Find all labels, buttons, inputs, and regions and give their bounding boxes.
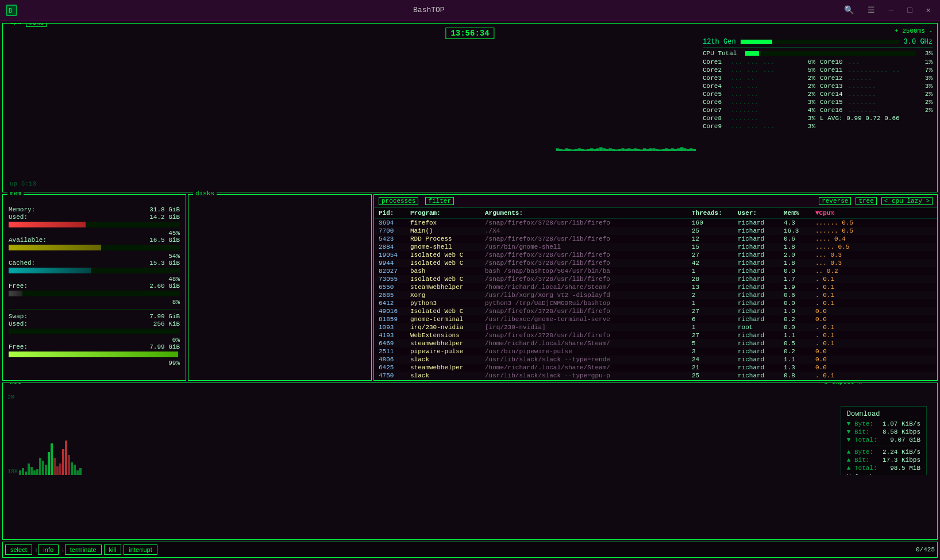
cell-threads: 6 [692, 316, 738, 323]
table-row[interactable]: 2884 gnome-shell /usr/bin/gnome-shell 15… [374, 243, 937, 251]
search-icon[interactable]: 🔍 [841, 4, 857, 16]
core-row: L AVG: 0.99 0.72 0.66 [820, 115, 933, 122]
core-label: Core4 [703, 83, 729, 90]
core-dots: ... .. [731, 75, 799, 82]
cell-threads: 1 [692, 268, 738, 275]
cell-mem: 0.0 [784, 268, 815, 275]
table-row[interactable]: 3694 firefox /snap/firefox/3728/usr/lib/… [374, 219, 937, 227]
net-dl-byte-row: ▼ Byte: 1.07 KiB/s [847, 420, 920, 427]
cpu-total-bar [741, 40, 772, 44]
cell-user: richard [738, 260, 784, 267]
cell-mem: 1.8 [784, 244, 815, 250]
table-row[interactable]: 2685 Xorg /usr/lib/xorg/Xorg vt2 -displa… [374, 291, 937, 299]
core-pct: 1% [918, 59, 933, 65]
table-row[interactable]: 49016 Isolated Web C /snap/firefox/3728/… [374, 307, 937, 315]
proc-header-row: processes filter reverse tree < cpu lazy… [374, 195, 937, 208]
table-row[interactable]: 4806 slack /usr/lib/slack/slack --type=r… [374, 356, 937, 364]
cell-mem: 1.1 [784, 356, 815, 363]
table-row[interactable]: 4521 Utility Proces /snap/firefox/3728/u… [374, 380, 937, 381]
info-button[interactable]: info [38, 544, 59, 555]
tree-label[interactable]: tree [856, 197, 876, 205]
table-row[interactable]: 4750 slack /usr/lib/slack/slack --type=g… [374, 372, 937, 380]
terminate-button[interactable]: terminate [65, 544, 102, 555]
cell-user: richard [738, 276, 784, 283]
cell-cpu: . 0.1 [815, 276, 856, 283]
cell-threads: 27 [692, 252, 738, 258]
table-row[interactable]: 6550 steamwebhelper /home/richard/.local… [374, 283, 937, 291]
table-row[interactable]: 7700 Main() ./X4 25 richard 16.3 ...... … [374, 227, 937, 235]
top-row: cpu menu 13:56:34 + 2500ms - up 5:13 ▄▃▂… [2, 23, 938, 192]
cell-args: python3 /tmp/UaDjCNMG0Rui/bashtop [485, 300, 692, 307]
table-row[interactable]: 73055 Isolated Web C /snap/firefox/3728/… [374, 275, 937, 283]
net-info-box: Download ▼ Byte: 1.07 KiB/s ▼ Bit: 8.58 … [841, 406, 927, 475]
mem-swap-free-label: Free: [9, 343, 28, 350]
cpu-total-row: CPU Total 3% [703, 50, 933, 57]
filter-label[interactable]: filter [425, 197, 454, 205]
mem-swap-total: 7.99 GiB [149, 313, 180, 320]
disks-panel: disks [188, 194, 372, 381]
cell-threads: 12 [692, 235, 738, 242]
table-row[interactable]: 1093 irq/230-nvidia [irq/230-nvidia] 1 r… [374, 323, 937, 331]
mem-header-row: Memory: 31.8 GiB [9, 206, 180, 213]
interrupt-button[interactable]: interrupt [124, 544, 157, 555]
minimize-button[interactable]: ─ [885, 5, 897, 16]
cpu-freq: 3.0 GHz [904, 38, 933, 46]
kill-button[interactable]: kill [104, 544, 122, 555]
cell-program: Isolated Web C [410, 276, 485, 283]
core-row: Core8 ....... 3% [703, 115, 815, 122]
cell-cpu: 0.0 [815, 348, 856, 355]
menu-icon[interactable]: ☰ [864, 4, 879, 16]
cell-program: Isolated Web C [410, 252, 485, 258]
col-program: Program: [410, 210, 485, 217]
table-row[interactable]: 2511 pipewire-pulse /usr/bin/pipewire-pu… [374, 347, 937, 356]
net-bar-upload [65, 441, 67, 475]
table-row[interactable]: 19054 Isolated Web C /snap/firefox/3728/… [374, 251, 937, 259]
close-button[interactable]: ✕ [923, 4, 934, 16]
table-row[interactable]: 9944 Isolated Web C /snap/firefox/3728/u… [374, 259, 937, 267]
maximize-button[interactable]: □ [904, 5, 915, 16]
cell-pid: 19054 [379, 252, 410, 258]
cell-threads: 1 [692, 324, 738, 331]
table-row[interactable]: 6412 python3 python3 /tmp/UaDjCNMG0Rui/b… [374, 299, 937, 307]
core-label: Core13 [820, 83, 846, 90]
table-row[interactable]: 81859 gnome-terminal /usr/libexec/gnome-… [374, 315, 937, 323]
time-setting[interactable]: + 2500ms - [895, 28, 933, 34]
cell-mem: 1.9 [784, 284, 815, 291]
net-spacer [7, 390, 933, 395]
cpu-lazy-label[interactable]: < cpu lazy > [881, 197, 933, 205]
mem-swap-used-row: Used: 256 KiB [9, 320, 180, 327]
table-row[interactable]: 6469 steamwebhelper /home/richard/.local… [374, 339, 937, 347]
select-button[interactable]: select [5, 544, 32, 555]
cell-threads: 25 [692, 227, 738, 234]
cell-program: RDD Process [410, 235, 485, 242]
net-bar-upload [62, 449, 64, 475]
cell-program: python3 [410, 300, 485, 307]
mem-avail-row: Available: 16.5 GiB [9, 237, 180, 244]
cell-program: bash [410, 268, 485, 275]
table-row[interactable]: 82027 bash bash /snap/bashtop/504/usr/bi… [374, 267, 937, 275]
cell-pid: 3694 [379, 219, 410, 226]
col-pid: Pid: [379, 210, 410, 217]
col-cpu[interactable]: ▼Cpu% [815, 210, 856, 217]
core-pct: 2% [918, 91, 933, 98]
core-pct: 2% [918, 107, 933, 114]
table-row[interactable]: 4193 WebExtensions /snap/firefox/3728/us… [374, 331, 937, 339]
mem-cached-bar [9, 268, 180, 273]
uptime-display: up 5:13 [10, 180, 36, 187]
window-controls[interactable]: 🔍 ☰ ─ □ ✕ [841, 4, 934, 16]
reverse-label[interactable]: reverse [819, 197, 851, 205]
proc-rows: 3694 firefox /snap/firefox/3728/usr/lib/… [374, 219, 937, 381]
table-row[interactable]: 6425 steamwebhelper /home/richard/.local… [374, 364, 937, 372]
cell-program: firefox [410, 219, 485, 226]
cell-mem: 1.3 [784, 364, 815, 371]
menu-label[interactable]: menu [26, 23, 47, 27]
core-pct: 3% [801, 115, 815, 122]
cell-pid: 2685 [379, 292, 410, 299]
cell-cpu: .... 0.4 [815, 235, 856, 242]
net-ul-bit-label: ▲ Bit: [847, 457, 870, 464]
cpu-total-bar-fill [745, 51, 759, 56]
cell-mem: 1.0 [784, 308, 815, 315]
mem-swap-free-row: Free: 7.99 GiB [9, 343, 180, 350]
core-label: Core14 [820, 91, 846, 98]
table-row[interactable]: 5423 RDD Process /snap/firefox/3728/usr/… [374, 235, 937, 243]
